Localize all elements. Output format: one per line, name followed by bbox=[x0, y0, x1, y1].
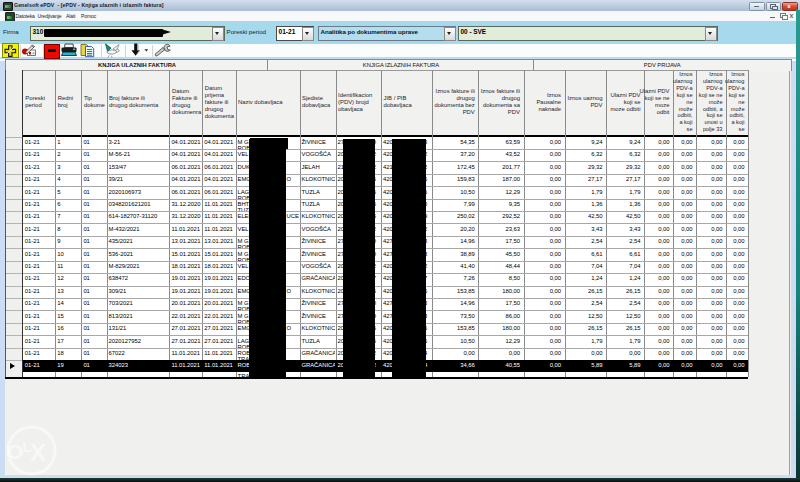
svg-text:O: O bbox=[7, 440, 23, 463]
svg-text:X: X bbox=[30, 439, 46, 466]
